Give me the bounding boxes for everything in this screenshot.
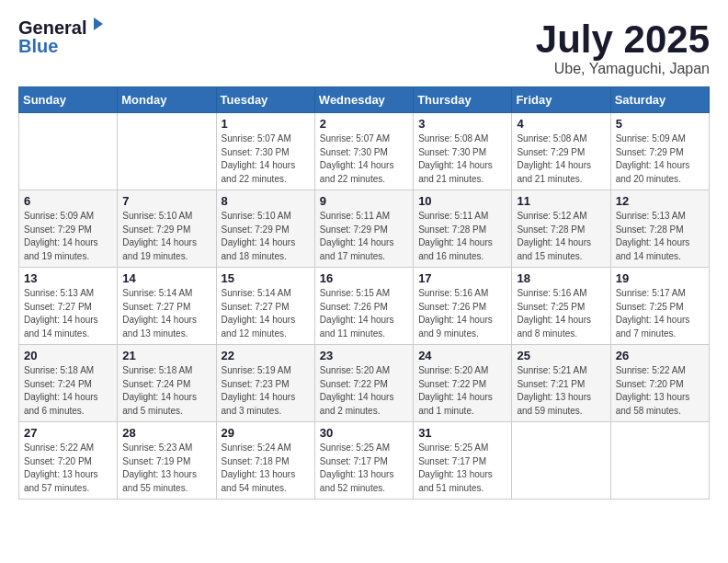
calendar-cell: 4Sunrise: 5:08 AM Sunset: 7:29 PM Daylig… [512,113,610,190]
svg-marker-0 [94,17,103,30]
day-detail: Sunrise: 5:16 AM Sunset: 7:26 PM Dayligh… [418,287,506,340]
weekday-header-saturday: Saturday [610,87,709,113]
day-detail: Sunrise: 5:12 AM Sunset: 7:28 PM Dayligh… [517,210,605,263]
calendar-cell: 21Sunrise: 5:18 AM Sunset: 7:24 PM Dayli… [118,345,216,422]
day-detail: Sunrise: 5:20 AM Sunset: 7:22 PM Dayligh… [418,364,506,418]
day-number: 4 [517,117,605,131]
day-detail: Sunrise: 5:09 AM Sunset: 7:29 PM Dayligh… [24,210,112,263]
day-number: 19 [616,271,704,285]
weekday-header-sunday: Sunday [19,87,118,113]
day-number: 18 [517,271,605,285]
day-number: 23 [320,349,408,362]
calendar-cell [19,113,118,190]
calendar-week-row: 27Sunrise: 5:22 AM Sunset: 7:20 PM Dayli… [19,422,710,500]
day-number: 16 [320,271,408,285]
day-number: 15 [222,271,310,285]
calendar-cell: 23Sunrise: 5:20 AM Sunset: 7:22 PM Dayli… [314,345,413,422]
calendar-cell: 16Sunrise: 5:15 AM Sunset: 7:26 PM Dayli… [314,268,413,345]
weekday-header-tuesday: Tuesday [216,87,314,113]
calendar-cell [610,422,709,500]
day-detail: Sunrise: 5:22 AM Sunset: 7:20 PM Dayligh… [24,442,112,495]
calendar-cell: 15Sunrise: 5:14 AM Sunset: 7:27 PM Dayli… [216,268,314,345]
calendar-cell: 28Sunrise: 5:23 AM Sunset: 7:19 PM Dayli… [118,422,216,500]
day-number: 8 [222,194,310,208]
calendar-cell: 17Sunrise: 5:16 AM Sunset: 7:26 PM Dayli… [414,268,512,345]
day-number: 24 [418,349,506,362]
day-number: 5 [616,117,704,131]
day-detail: Sunrise: 5:08 AM Sunset: 7:30 PM Dayligh… [418,132,506,186]
calendar-cell: 5Sunrise: 5:09 AM Sunset: 7:29 PM Daylig… [610,113,709,190]
weekday-header-thursday: Thursday [414,87,512,113]
day-detail: Sunrise: 5:11 AM Sunset: 7:28 PM Dayligh… [418,210,506,263]
calendar-cell [118,113,216,190]
calendar-cell: 1Sunrise: 5:07 AM Sunset: 7:30 PM Daylig… [216,113,314,190]
logo-icon [88,16,105,32]
day-detail: Sunrise: 5:14 AM Sunset: 7:27 PM Dayligh… [122,287,210,340]
day-number: 12 [616,194,704,208]
logo-blue-text: Blue [18,37,105,55]
title-section: July 2025 Ube, Yamaguchi, Japan [536,18,710,77]
day-detail: Sunrise: 5:21 AM Sunset: 7:21 PM Dayligh… [517,364,605,418]
day-detail: Sunrise: 5:07 AM Sunset: 7:30 PM Dayligh… [320,132,408,186]
day-detail: Sunrise: 5:18 AM Sunset: 7:24 PM Dayligh… [24,364,112,418]
logo: General Blue [18,18,105,55]
day-detail: Sunrise: 5:13 AM Sunset: 7:27 PM Dayligh… [24,287,112,340]
calendar-header: SundayMondayTuesdayWednesdayThursdayFrid… [19,87,710,113]
day-detail: Sunrise: 5:14 AM Sunset: 7:27 PM Dayligh… [222,287,310,340]
weekday-header-friday: Friday [512,87,610,113]
day-number: 14 [122,271,210,285]
day-number: 2 [320,117,408,131]
calendar-cell: 13Sunrise: 5:13 AM Sunset: 7:27 PM Dayli… [19,268,118,345]
calendar-cell: 25Sunrise: 5:21 AM Sunset: 7:21 PM Dayli… [512,345,610,422]
day-detail: Sunrise: 5:16 AM Sunset: 7:25 PM Dayligh… [517,287,605,340]
calendar-body: 1Sunrise: 5:07 AM Sunset: 7:30 PM Daylig… [19,113,710,500]
day-number: 17 [418,271,506,285]
day-detail: Sunrise: 5:23 AM Sunset: 7:19 PM Dayligh… [122,442,210,495]
calendar-cell: 6Sunrise: 5:09 AM Sunset: 7:29 PM Daylig… [19,190,118,268]
day-number: 7 [122,194,210,208]
day-number: 9 [320,194,408,208]
calendar-cell: 9Sunrise: 5:11 AM Sunset: 7:29 PM Daylig… [314,190,413,268]
day-detail: Sunrise: 5:17 AM Sunset: 7:25 PM Dayligh… [616,287,704,340]
day-detail: Sunrise: 5:09 AM Sunset: 7:29 PM Dayligh… [616,132,704,186]
day-number: 3 [418,117,506,131]
day-detail: Sunrise: 5:25 AM Sunset: 7:17 PM Dayligh… [418,442,506,495]
page-header: General Blue July 2025 Ube, Yamaguchi, J… [18,18,710,77]
calendar-cell: 30Sunrise: 5:25 AM Sunset: 7:17 PM Dayli… [314,422,413,500]
day-number: 30 [320,426,408,440]
day-detail: Sunrise: 5:24 AM Sunset: 7:18 PM Dayligh… [222,442,310,495]
calendar-cell: 10Sunrise: 5:11 AM Sunset: 7:28 PM Dayli… [414,190,512,268]
calendar-cell: 31Sunrise: 5:25 AM Sunset: 7:17 PM Dayli… [414,422,512,500]
calendar-cell: 12Sunrise: 5:13 AM Sunset: 7:28 PM Dayli… [610,190,709,268]
day-number: 31 [418,426,506,440]
month-title: July 2025 [536,18,710,61]
day-number: 28 [122,426,210,440]
day-number: 6 [24,194,112,208]
calendar-cell: 14Sunrise: 5:14 AM Sunset: 7:27 PM Dayli… [118,268,216,345]
calendar-cell: 19Sunrise: 5:17 AM Sunset: 7:25 PM Dayli… [610,268,709,345]
calendar-cell: 3Sunrise: 5:08 AM Sunset: 7:30 PM Daylig… [414,113,512,190]
day-detail: Sunrise: 5:10 AM Sunset: 7:29 PM Dayligh… [222,210,310,263]
day-number: 27 [24,426,112,440]
day-detail: Sunrise: 5:10 AM Sunset: 7:29 PM Dayligh… [122,210,210,263]
day-detail: Sunrise: 5:13 AM Sunset: 7:28 PM Dayligh… [616,210,704,263]
day-number: 25 [517,349,605,362]
calendar-cell: 18Sunrise: 5:16 AM Sunset: 7:25 PM Dayli… [512,268,610,345]
day-number: 10 [418,194,506,208]
day-number: 22 [222,349,310,362]
calendar-cell: 20Sunrise: 5:18 AM Sunset: 7:24 PM Dayli… [19,345,118,422]
day-detail: Sunrise: 5:20 AM Sunset: 7:22 PM Dayligh… [320,364,408,418]
day-number: 26 [616,349,704,362]
weekday-header-row: SundayMondayTuesdayWednesdayThursdayFrid… [19,87,710,113]
day-detail: Sunrise: 5:15 AM Sunset: 7:26 PM Dayligh… [320,287,408,340]
day-detail: Sunrise: 5:11 AM Sunset: 7:29 PM Dayligh… [320,210,408,263]
calendar-cell: 22Sunrise: 5:19 AM Sunset: 7:23 PM Dayli… [216,345,314,422]
calendar-week-row: 1Sunrise: 5:07 AM Sunset: 7:30 PM Daylig… [19,113,710,190]
day-detail: Sunrise: 5:08 AM Sunset: 7:29 PM Dayligh… [517,132,605,186]
calendar-cell: 24Sunrise: 5:20 AM Sunset: 7:22 PM Dayli… [414,345,512,422]
day-number: 1 [222,117,310,131]
weekday-header-monday: Monday [118,87,216,113]
day-number: 13 [24,271,112,285]
calendar-week-row: 13Sunrise: 5:13 AM Sunset: 7:27 PM Dayli… [19,268,710,345]
calendar-cell: 7Sunrise: 5:10 AM Sunset: 7:29 PM Daylig… [118,190,216,268]
